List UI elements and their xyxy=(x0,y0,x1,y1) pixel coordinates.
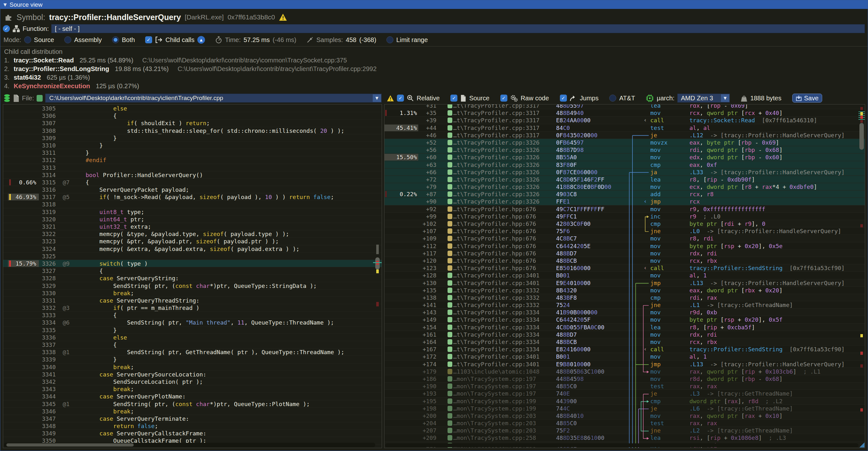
asm-row[interactable]: +72…t\TracyProfiler.cpp:33264C8D05F146F2… xyxy=(384,176,865,183)
source-row[interactable]: 3346 break; xyxy=(3,408,382,415)
raw-code-checkbox[interactable]: ✓ xyxy=(500,95,507,101)
asm-row[interactable]: +31…t\TracyProfiler.cpp:3317488D5597lear… xyxy=(384,104,865,109)
source-row[interactable]: 3328 case ServerQueryString: xyxy=(3,275,382,282)
function-combobox[interactable]: [ - self - ] xyxy=(51,24,865,33)
asm-row[interactable]: +66…t\TracyProfiler.cpp:33260F87CE060000… xyxy=(384,169,865,176)
source-row[interactable]: 3341 case ServerQuerySourceLocation: xyxy=(3,371,382,378)
file-combobox[interactable]: C:\Users\wolf\Desktop\darkrl\contrib\tra… xyxy=(45,94,382,102)
source-row[interactable]: 3327 { xyxy=(3,267,382,275)
source-row[interactable]: 3311} xyxy=(3,149,382,156)
source-row[interactable]: 3310 } xyxy=(3,142,382,149)
source-row[interactable]: 3314bool Profiler::HandleServerQuery() xyxy=(3,171,382,179)
asm-row[interactable]: +141…t\TracyProfiler.cpp:33327524jne.L1 … xyxy=(384,301,865,309)
source-row[interactable]: 3347 case ServerQueryTerminate: xyxy=(3,415,382,422)
source-row[interactable]: 3339 } xyxy=(3,356,382,363)
source-row[interactable]: 15.79%3326@9 switch( type ) xyxy=(3,260,382,267)
asm-row[interactable]: +143…t\TracyProfiler.cpp:333441B90B00000… xyxy=(384,309,865,316)
asm-row[interactable]: +56…t\TracyProfiler.cpp:3326488B7D98movr… xyxy=(384,146,865,153)
asm-row[interactable]: +209…mon\TracySystem.cpp:258488D35E88610… xyxy=(384,434,865,442)
source-vertical-scrollbar[interactable] xyxy=(375,105,380,442)
source-row[interactable]: 3338@1 SendString( ptr, GetThreadName( p… xyxy=(3,349,382,356)
asm-row[interactable]: +204…mon\TracySystem.cpp:2034885C0testra… xyxy=(384,419,865,427)
source-row[interactable]: 3319 uint8_t type; xyxy=(3,208,382,216)
asm-row[interactable]: +112…t\TracyProfiler.hpp:676C64424205Emo… xyxy=(384,242,865,250)
child-call-item[interactable]: 3.stat64i32625 µs (1.36%) xyxy=(4,73,865,82)
asm-row[interactable]: +102…t\TracyProfiler.hpp:67642803C0F00cm… xyxy=(384,220,865,228)
source-row[interactable]: 3312#endif xyxy=(3,156,382,164)
asm-row[interactable]: +120…t\TracyProfiler.hpp:676488BCBmovrcx… xyxy=(384,257,865,264)
asm-row[interactable]: +179…1103\include\atomic:1048488B05B63C1… xyxy=(384,368,865,375)
save-button[interactable]: Save xyxy=(792,94,822,102)
source-row[interactable]: 3329 SendString( ptr, (const char*)ptr, … xyxy=(3,282,382,290)
source-row[interactable]: 3331 case ServerQueryThreadString: xyxy=(3,297,382,304)
mode-radio-source[interactable] xyxy=(24,36,31,43)
source-row[interactable]: 3348 return false; xyxy=(3,422,382,430)
source-row[interactable]: 3345@1 SendString( ptr, (const char*)ptr… xyxy=(3,400,382,408)
asm-row[interactable]: +154…t\TracyProfiler.cpp:33344C8D055FBA0… xyxy=(384,324,865,331)
asm-row[interactable]: +174…t\TracyProfiler.cpp:3401E9B8010000j… xyxy=(384,361,865,368)
source-row[interactable]: 3330 break; xyxy=(3,290,382,297)
source-row[interactable]: 3325 xyxy=(3,252,382,260)
asm-row[interactable]: +167…t\TracyProfiler.cpp:3334E824160000‹… xyxy=(384,345,865,353)
jumps-checkbox[interactable]: ✓ xyxy=(560,95,567,101)
source-row[interactable]: 3305 else xyxy=(3,105,382,112)
uarch-combo-arrow-icon[interactable]: ▼ xyxy=(721,94,729,102)
collapse-up-button[interactable]: ▲ xyxy=(197,36,205,43)
resize-grip[interactable] xyxy=(859,442,865,448)
source-row[interactable]: 0.66%3315@7{ xyxy=(3,179,382,186)
source-row[interactable]: 3321 uint32_t extra; xyxy=(3,223,382,230)
asm-row[interactable]: +149…t\TracyProfiler.cpp:3334C64424205Fm… xyxy=(384,316,865,323)
asm-row[interactable]: +117…t\TracyProfiler.hpp:676488BD7movrdx… xyxy=(384,250,865,257)
source-row[interactable]: 3323 memcpy( &ptr, &payload.ptr, sizeof(… xyxy=(3,238,382,245)
asm-row[interactable]: +172…t\TracyProfiler.cpp:3401B001moval, … xyxy=(384,353,865,360)
source-row[interactable]: 3324 memcpy( &extra, &payload.extra, siz… xyxy=(3,245,382,252)
source-row[interactable]: 3342 SendSourceLocation( ptr ); xyxy=(3,378,382,385)
source-row[interactable]: 3306 { xyxy=(3,112,382,119)
source-row[interactable]: 3318 xyxy=(3,201,382,208)
source-row[interactable]: 3335 } xyxy=(3,327,382,334)
asm-row[interactable]: +92…t\TracyProfiler.hpp:67649C7C1FFFFFFF… xyxy=(384,205,865,213)
source-row[interactable]: 3309 } xyxy=(3,134,382,142)
asm-row[interactable]: +207…mon\TracySystem.cpp:20375F2jne.L2 -… xyxy=(384,427,865,434)
mode-radio-both[interactable] xyxy=(112,36,119,43)
asm-row[interactable]: +107…t\TracyProfiler.hpp:67675F6jne.L0 -… xyxy=(384,228,865,235)
child-call-item[interactable]: 4.KeSynchronizeExecution125 µs (0.27%) xyxy=(4,82,865,90)
relative-checkbox[interactable]: ✓ xyxy=(397,95,404,101)
asm-row[interactable]: +90…t\TracyProfiler.cpp:3326FFE1‹jmprcx xyxy=(384,198,865,205)
source-row[interactable]: 3313 xyxy=(3,164,382,171)
asm-row[interactable]: +164…t\TracyProfiler.cpp:3334488BCBmovrc… xyxy=(384,338,865,345)
asm-row[interactable]: +130…t\TracyProfiler.cpp:3401E9E4010000j… xyxy=(384,279,865,287)
collapse-triangle-icon[interactable]: ▼ xyxy=(3,2,7,7)
att-checkbox[interactable] xyxy=(609,95,616,101)
function-checkbox[interactable]: ✓ xyxy=(3,25,10,32)
source-row[interactable]: 3344 case ServerQueryPlotName: xyxy=(3,393,382,400)
asm-row[interactable]: +52…t\TracyProfiler.cpp:33260FB64597movz… xyxy=(384,139,865,146)
asm-row[interactable]: +63…t\TracyProfiler.cpp:332683F80Fcmpeax… xyxy=(384,161,865,169)
limit-range-checkbox[interactable] xyxy=(386,36,394,43)
source-row[interactable]: 3337 { xyxy=(3,341,382,349)
asm-row[interactable]: +99…t\TracyProfiler.hpp:67649FFC1incr9 ;… xyxy=(384,213,865,220)
source-row[interactable]: 46.93%3317@5 if( !m_sock->Read( &payload… xyxy=(3,193,382,201)
child-call-item[interactable]: 1.tracy::Socket::Read25.25 ms (54.89%)C:… xyxy=(4,56,865,65)
source-row[interactable]: 3334@6 SendString( ptr, "Main thread", 1… xyxy=(3,319,382,326)
source-row[interactable]: 3349 case ServerQueryCallstackFrame: xyxy=(3,430,382,437)
source-row[interactable]: 3336 else xyxy=(3,334,382,341)
asm-row[interactable]: +186…mon\TracySystem.cpp:197448B4598movr… xyxy=(384,375,865,383)
asm-row[interactable]: 0.22%+87…t\TracyProfiler.cpp:33264903C8a… xyxy=(384,190,865,198)
source-row[interactable]: 3320 uint64_t ptr; xyxy=(3,216,382,223)
source-row[interactable]: 3333 { xyxy=(3,311,382,319)
asm-row[interactable]: +109…t\TracyProfiler.hpp:6764C8BC7movr8,… xyxy=(384,235,865,242)
asm-row[interactable]: +198…mon\TracySystem.cpp:199744Cje.L6 ->… xyxy=(384,405,865,412)
uarch-combobox[interactable]: AMD Zen 3 ▼ xyxy=(677,94,730,102)
asm-row[interactable]: +39…t\TracyProfiler.cpp:3317E824AA0000‹c… xyxy=(384,117,865,124)
window-titlebar[interactable]: ▼ Source view xyxy=(0,0,868,9)
asm-row[interactable]: 1.31%+35…t\TracyProfiler.cpp:3317488B494… xyxy=(384,109,865,117)
source-row[interactable]: 3307 if( shouldExit ) return; xyxy=(3,119,382,127)
assembly-vertical-scrollbar[interactable] xyxy=(859,105,864,443)
source-horizontal-scrollbar[interactable] xyxy=(4,443,375,447)
source-row[interactable]: 3316 ServerQueryPacket payload; xyxy=(3,186,382,193)
assembly-horizontal-scrollbar[interactable] xyxy=(385,443,859,447)
source-row[interactable]: 3322 memcpy( &type, &payload.type, sizeo… xyxy=(3,230,382,238)
source-row[interactable]: 3308 std::this_thread::sleep_for( std::c… xyxy=(3,127,382,134)
asm-row[interactable]: 45.41%+44…t\TracyProfiler.cpp:331784C0te… xyxy=(384,124,865,131)
